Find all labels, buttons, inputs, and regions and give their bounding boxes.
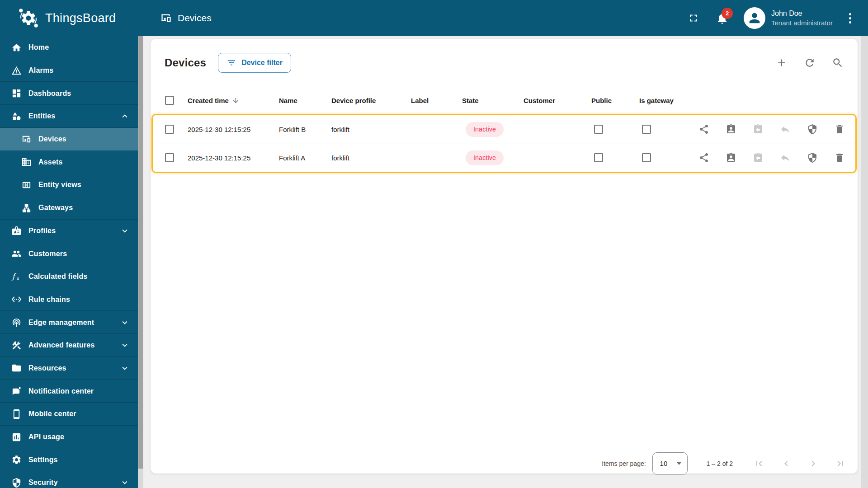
page-size-select[interactable]: 10 — [652, 452, 688, 475]
sidebar-item-devices[interactable]: Devices — [0, 128, 138, 151]
chevron-down-icon — [120, 318, 130, 328]
assignment-return-icon — [753, 124, 764, 135]
chevron-right-icon — [808, 458, 819, 469]
breadcrumb-label: Devices — [178, 13, 212, 23]
reply-arrow-icon — [780, 152, 791, 163]
tools-icon — [11, 340, 22, 351]
column-header-name[interactable]: Name — [279, 97, 331, 104]
column-header-public[interactable]: Public — [591, 97, 639, 104]
sidebar-item-advanced-features[interactable]: Advanced features — [0, 334, 138, 357]
column-header-label[interactable]: Label — [411, 97, 462, 104]
fullscreen-button[interactable] — [688, 12, 699, 24]
customers-people-icon — [11, 249, 22, 259]
top-toolbar: ThingsBoard Devices 2 John Doe Tenant ad… — [0, 0, 868, 36]
gateways-lan-icon — [21, 202, 32, 213]
sidebar-item-assets[interactable]: Assets — [0, 150, 138, 174]
public-checkbox[interactable] — [594, 125, 603, 134]
assign-to-customer-button[interactable] — [726, 124, 736, 135]
main-content: Devices Device filter Created time Name … — [143, 36, 868, 488]
make-public-button[interactable] — [698, 152, 709, 163]
refresh-button[interactable] — [804, 57, 816, 69]
devices-icon — [160, 12, 172, 24]
sidebar-item-calculated-fields[interactable]: ƒx Calculated fields — [0, 265, 138, 288]
assets-building-icon — [21, 157, 32, 168]
make-public-button[interactable] — [698, 124, 709, 135]
sidebar-scrollbar[interactable] — [138, 36, 143, 488]
sidebar-item-gateways[interactable]: Gateways — [0, 197, 138, 220]
chevron-down-icon — [120, 340, 130, 350]
function-fx-icon: ƒx — [11, 271, 22, 282]
sidebar-item-api-usage[interactable]: API usage — [0, 426, 138, 449]
created-time-cell: 2025-12-30 12:15:25 — [188, 154, 279, 162]
chevron-down-icon — [120, 478, 130, 488]
security-shield-icon — [807, 124, 818, 135]
thingsboard-logo-icon — [17, 7, 40, 29]
column-header-state[interactable]: State — [462, 97, 524, 104]
manage-credentials-button[interactable] — [807, 124, 818, 135]
fullscreen-icon — [688, 12, 699, 24]
sort-descending-icon — [232, 97, 240, 104]
sidebar-item-mobile-center[interactable]: Mobile center — [0, 403, 138, 426]
search-button[interactable] — [832, 57, 844, 69]
chevron-down-icon — [120, 363, 130, 373]
rule-chains-icon — [11, 294, 22, 305]
avatar[interactable] — [744, 7, 765, 29]
sidebar-item-entity-views[interactable]: Entity views — [0, 174, 138, 197]
sidebar-item-profiles[interactable]: Profiles — [0, 220, 138, 243]
delete-button[interactable] — [834, 124, 845, 135]
first-page-icon — [754, 458, 764, 469]
notifications-button[interactable]: 2 — [716, 12, 729, 25]
device-profile-cell: forklift — [331, 126, 411, 133]
manage-credentials-button[interactable] — [807, 152, 818, 163]
sidebar-item-settings[interactable]: Settings — [0, 448, 138, 471]
public-checkbox[interactable] — [594, 153, 603, 162]
user-menu-button[interactable] — [844, 8, 856, 28]
column-header-created-time[interactable]: Created time — [188, 97, 279, 104]
sidebar-item-security[interactable]: Security — [0, 471, 138, 488]
sidebar-item-resources[interactable]: Resources — [0, 357, 138, 380]
select-all-checkbox[interactable] — [165, 96, 174, 105]
sidebar-item-edge-management[interactable]: Edge management — [0, 311, 138, 334]
user-role: Tenant administrator — [771, 19, 837, 28]
sidebar-item-notification-center[interactable]: Notification center — [0, 380, 138, 403]
sidebar-item-customers[interactable]: Customers — [0, 242, 138, 265]
warning-icon — [11, 65, 22, 76]
entity-views-icon — [21, 179, 32, 190]
assignment-person-icon — [726, 124, 736, 135]
thingsboard-logo[interactable]: ThingsBoard — [17, 0, 116, 36]
sidebar-item-home[interactable]: Home — [0, 36, 138, 59]
sidebar-item-alarms[interactable]: Alarms — [0, 59, 138, 82]
is-gateway-checkbox[interactable] — [642, 125, 651, 134]
assign-to-customer-button[interactable] — [726, 152, 736, 163]
page-title: Devices — [165, 56, 206, 69]
next-page-button — [808, 458, 819, 469]
sidebar-scrollbar-thumb[interactable] — [138, 36, 143, 469]
security-shield-icon — [807, 152, 818, 163]
user-info[interactable]: John Doe Tenant administrator — [771, 9, 837, 27]
breadcrumb: Devices — [160, 0, 212, 36]
sidebar-item-rule-chains[interactable]: Rule chains — [0, 288, 138, 311]
delete-button[interactable] — [834, 152, 845, 163]
page-scrollbar[interactable] — [861, 36, 868, 488]
plus-icon — [776, 57, 788, 69]
first-page-button — [754, 458, 764, 469]
column-header-is-gateway[interactable]: Is gateway — [639, 97, 698, 104]
sidebar-item-dashboards[interactable]: Dashboards — [0, 82, 138, 105]
add-device-button[interactable] — [776, 57, 788, 69]
table-row[interactable]: 2025-12-30 12:15:25 Forklift B forklift … — [153, 115, 855, 144]
row-checkbox[interactable] — [165, 125, 174, 134]
row-checkbox[interactable] — [165, 153, 174, 162]
sidebar-item-entities[interactable]: Entities — [0, 105, 138, 128]
table-row[interactable]: 2025-12-30 12:15:25 Forklift A forklift … — [153, 144, 855, 172]
device-filter-button[interactable]: Device filter — [218, 53, 291, 73]
column-header-customer[interactable]: Customer — [524, 97, 591, 104]
devices-card: Devices Device filter Created time Name … — [151, 39, 858, 474]
column-header-device-profile[interactable]: Device profile — [331, 97, 411, 104]
user-name: John Doe — [771, 9, 837, 19]
trash-icon — [834, 152, 845, 163]
is-gateway-checkbox[interactable] — [642, 153, 651, 162]
make-private-button — [780, 152, 791, 163]
kebab-icon — [849, 13, 851, 15]
created-time-cell: 2025-12-30 12:15:25 — [188, 126, 279, 133]
assignment-return-icon — [753, 152, 764, 163]
